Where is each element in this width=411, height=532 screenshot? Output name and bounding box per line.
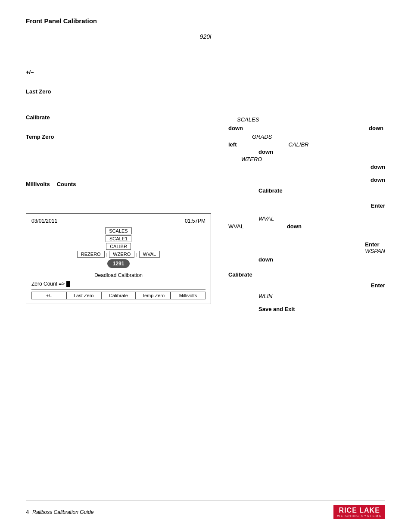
grads-row: GRADS [252, 134, 272, 140]
down-row-2: down [258, 149, 273, 155]
save-exit-text: Save and Exit [258, 306, 295, 312]
millivolts-label: Millivolts [26, 181, 50, 187]
left-label: left [228, 141, 237, 148]
millivolts-counts-row: Millivolts Counts [26, 181, 76, 187]
down1-left: down [228, 125, 243, 131]
down-row-4: down [371, 177, 385, 183]
menu-wval-box: WVAL [139, 251, 160, 258]
down1-right: down [369, 125, 383, 131]
down3-text: down [371, 164, 385, 170]
logo-sub-text: WEIGHING SYSTEMS [337, 514, 382, 517]
calibrate-label: Calibrate [26, 114, 50, 121]
tab-temp-zero[interactable]: Temp Zero [136, 292, 171, 299]
enter1-row: Enter [371, 202, 385, 209]
footer-doc-title: Railboss Calibration Guide [32, 509, 93, 515]
down-row-3: down [371, 164, 385, 170]
enter2-wspan-row: Enter WSPAN [365, 241, 385, 254]
screen-value: 1291 [107, 259, 130, 268]
temp-zero-label: Temp Zero [26, 134, 54, 140]
menu-scale1-box: SCALE1 [106, 235, 131, 242]
zero-count-label: Zero Count => [31, 281, 65, 287]
enter2-text: Enter [365, 241, 379, 248]
screen-header: 03/01/2011 01:57PM [31, 218, 206, 224]
menu-bottom-row: REZERO | WZERO | WVAL [77, 251, 160, 258]
last-zero-label: Last Zero [26, 88, 51, 95]
cursor [66, 281, 70, 287]
calibrate2-text: Calibrate [228, 271, 252, 278]
enter3-row: Enter [371, 282, 385, 289]
screen-time: 01:57PM [185, 218, 206, 224]
wval-italic-text: WVAL [258, 215, 274, 222]
wzero-text: WZERO [241, 156, 262, 162]
screen-tabs: +/- Last Zero Calibrate Temp Zero Milliv… [31, 289, 206, 299]
scales-row: SCALES [237, 116, 259, 123]
tab-last-zero[interactable]: Last Zero [66, 292, 101, 299]
footer: 4 Railboss Calibration Guide RICE LAKE W… [26, 500, 385, 519]
down2-text: down [258, 149, 273, 155]
counts-label: Counts [57, 181, 76, 187]
down6-row: down [258, 256, 273, 263]
logo-box: RICE LAKE WEIGHING SYSTEMS [333, 505, 385, 519]
wspan-text: WSPAN [365, 248, 385, 254]
save-exit-row: Save and Exit [258, 306, 295, 312]
scales-text: SCALES [237, 116, 259, 123]
left-calibr-row: left CALIBR [228, 141, 308, 148]
wval-italic-row: WVAL [258, 215, 274, 222]
wlin-row: WLIN [258, 293, 273, 299]
calibrate2-row: Calibrate [228, 271, 252, 278]
menu-rezero-box: REZERO [77, 251, 105, 258]
wval-label-text: WVAL [228, 223, 244, 230]
menu-scales-box: SCALES [105, 227, 131, 234]
model-name: 920i [26, 33, 385, 40]
calibrate-right: Calibrate [258, 187, 283, 194]
menu-calibr-box: CALIBR [106, 243, 131, 250]
calibrate-right-text: Calibrate [258, 187, 283, 194]
wlin-text: WLIN [258, 293, 273, 299]
footer-logo: RICE LAKE WEIGHING SYSTEMS [333, 505, 385, 519]
tab-millivolts[interactable]: Millivolts [171, 292, 206, 299]
down4-text: down [371, 177, 385, 183]
page-title: Front Panel Calibration [26, 17, 385, 25]
grads-text: GRADS [252, 134, 272, 140]
down-row-1: down down [228, 125, 383, 131]
deadload-label: Deadload Calibration [31, 272, 206, 278]
wzero-row: WZERO [241, 156, 262, 162]
screen-date: 03/01/2011 [31, 218, 57, 224]
wval-down-row: WVAL down [228, 223, 302, 230]
logo-main-text: RICE LAKE [339, 507, 380, 514]
down5-text: down [287, 223, 302, 230]
enter1-text: Enter [371, 202, 385, 209]
menu-wzero-box: WZERO [109, 251, 134, 258]
zero-count-row: Zero Count => [31, 281, 206, 287]
tab-calibrate[interactable]: Calibrate [101, 292, 136, 299]
tab-plus-minus[interactable]: +/- [31, 292, 66, 299]
calibr-text: CALIBR [289, 141, 309, 148]
plus-minus-label: +/– [26, 69, 34, 75]
down6-text: down [258, 256, 273, 263]
screen-diagram: 03/01/2011 01:57PM SCALES SCALE1 CALIBR … [26, 213, 211, 304]
footer-page-num: 4 [26, 509, 29, 515]
enter3-text: Enter [371, 282, 385, 289]
